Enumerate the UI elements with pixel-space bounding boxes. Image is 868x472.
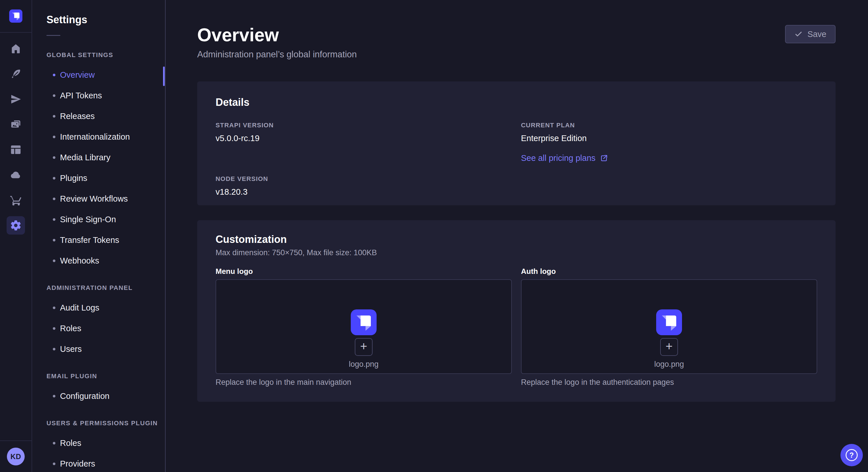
save-label: Save (807, 30, 826, 39)
global-settings-list: Overview API Tokens Releases Internation… (46, 65, 165, 271)
subnav-item-transfer-tokens[interactable]: Transfer Tokens (46, 230, 165, 250)
logo-uploads: Menu logo + logo.png Replace the logo in… (216, 267, 817, 387)
plus-icon: + (665, 340, 673, 352)
subnav-item-label: Roles (60, 324, 81, 333)
menu-logo-add-button[interactable]: + (355, 338, 373, 356)
bullet-icon (53, 198, 55, 200)
main-content: Overview Administration panel’s global i… (166, 0, 868, 472)
bullet-icon (53, 177, 55, 179)
subnav-item-up-roles[interactable]: Roles (46, 433, 165, 453)
bullet-icon (53, 260, 55, 262)
bullet-icon (53, 156, 55, 159)
auth-logo-dropzone: + logo.png (521, 279, 817, 374)
section-users-permissions-plugin: USERS & PERMISSIONS PLUGIN (46, 414, 165, 427)
menu-logo-group: Menu logo + logo.png Replace the logo in… (216, 267, 512, 387)
subnav-item-webhooks[interactable]: Webhooks (46, 250, 165, 271)
subnav-item-label: Webhooks (60, 256, 99, 266)
subnav-item-review-workflows[interactable]: Review Workflows (46, 189, 165, 209)
current-plan-value: Enterprise Edition (521, 134, 817, 143)
page-subtitle: Administration panel’s global informatio… (197, 49, 836, 60)
menu-logo-filename: logo.png (349, 360, 379, 369)
bullet-icon (53, 307, 55, 309)
menu-logo-caption: Replace the logo in the main navigation (216, 378, 512, 387)
subnav-item-label: Overview (60, 70, 95, 80)
subnav-item-label: Internationalization (60, 132, 130, 142)
rail-item-content-manager[interactable] (7, 140, 25, 159)
customization-heading: Customization (216, 233, 817, 245)
subnav-item-admin-roles[interactable]: Roles (46, 318, 165, 339)
subnav-item-label: Providers (60, 459, 95, 469)
subnav-item-plugins[interactable]: Plugins (46, 168, 165, 189)
rail-nav (7, 40, 25, 235)
strapi-version-label: STRAPI VERSION (216, 122, 512, 129)
section-email-plugin: EMAIL PLUGIN (46, 367, 165, 380)
auth-logo-filename: logo.png (654, 360, 684, 369)
subnav-item-label: Single Sign-On (60, 215, 116, 224)
auth-logo-label: Auth logo (521, 267, 817, 276)
strapi-version-value: v5.0.0-rc.19 (216, 134, 512, 143)
subnav-item-label: Transfer Tokens (60, 235, 119, 245)
bullet-icon (53, 442, 55, 444)
node-version-value: v18.20.3 (216, 187, 512, 197)
layout-icon (10, 144, 22, 156)
bullet-icon (53, 239, 55, 241)
subnav-item-api-tokens[interactable]: API Tokens (46, 85, 165, 106)
bullet-icon (53, 463, 55, 465)
pictures-icon (10, 119, 22, 131)
menu-logo-dropzone: + logo.png (216, 279, 512, 374)
subnav-title: Settings (46, 14, 165, 26)
rail-item-home[interactable] (7, 40, 25, 58)
rail-footer: KD (0, 440, 32, 472)
rail-item-cloud[interactable] (7, 166, 25, 184)
node-version-label: NODE VERSION (216, 175, 512, 183)
pricing-plans-link[interactable]: See all pricing plans (521, 154, 608, 163)
active-item-indicator (163, 67, 165, 86)
users-permissions-list: Roles Providers (46, 433, 165, 472)
rail-item-deploy[interactable] (7, 90, 25, 108)
strapi-admin: KD Settings GLOBAL SETTINGS Overview API… (0, 0, 868, 472)
bullet-icon (53, 136, 55, 138)
strapi-logo-icon (9, 9, 22, 23)
menu-logo-label: Menu logo (216, 267, 512, 276)
strapi-version-field: STRAPI VERSION v5.0.0-rc.19 (216, 122, 512, 143)
subnav-item-media-library[interactable]: Media Library (46, 147, 165, 168)
save-button[interactable]: Save (785, 25, 836, 43)
cart-icon (10, 194, 22, 206)
subnav-item-overview[interactable]: Overview (46, 65, 165, 85)
rail-item-content-type-builder[interactable] (7, 65, 25, 83)
settings-subnav: Settings GLOBAL SETTINGS Overview API To… (32, 0, 166, 472)
title-divider (46, 35, 60, 36)
subnav-item-label: Plugins (60, 173, 87, 183)
help-button[interactable]: ? (840, 444, 863, 466)
workplace-logo (0, 0, 32, 33)
subnav-item-configuration[interactable]: Configuration (46, 386, 165, 406)
subnav-item-label: API Tokens (60, 91, 102, 100)
auth-logo-add-button[interactable]: + (660, 338, 678, 356)
page-header: Overview Administration panel’s global i… (197, 0, 836, 60)
subnav-item-internationalization[interactable]: Internationalization (46, 127, 165, 147)
subnav-item-label: Media Library (60, 153, 111, 162)
subnav-item-admin-users[interactable]: Users (46, 339, 165, 359)
customization-card: Customization Max dimension: 750×750, Ma… (197, 220, 836, 402)
user-avatar[interactable]: KD (7, 448, 25, 465)
subnav-item-providers[interactable]: Providers (46, 453, 165, 472)
auth-logo-preview (656, 309, 682, 335)
subnav-item-audit-logs[interactable]: Audit Logs (46, 297, 165, 318)
bullet-icon (53, 218, 55, 221)
check-icon (794, 30, 803, 38)
section-global-settings: GLOBAL SETTINGS (46, 46, 165, 59)
subnav-item-label: Roles (60, 438, 81, 448)
rail-item-media-library[interactable] (7, 115, 25, 134)
details-left-column: STRAPI VERSION v5.0.0-rc.19 NODE VERSION… (216, 122, 512, 197)
current-plan-field: CURRENT PLAN Enterprise Edition (521, 122, 817, 143)
node-version-field: NODE VERSION v18.20.3 (216, 175, 512, 197)
rail-item-marketplace[interactable] (7, 191, 25, 209)
details-heading: Details (216, 96, 817, 108)
rail-item-settings[interactable] (7, 216, 25, 235)
subnav-item-releases[interactable]: Releases (46, 106, 165, 127)
feather-icon (10, 68, 22, 80)
bullet-icon (53, 395, 55, 398)
subnav-item-label: Review Workflows (60, 194, 128, 204)
subnav-item-single-sign-on[interactable]: Single Sign-On (46, 209, 165, 230)
details-grid: STRAPI VERSION v5.0.0-rc.19 NODE VERSION… (216, 122, 817, 197)
